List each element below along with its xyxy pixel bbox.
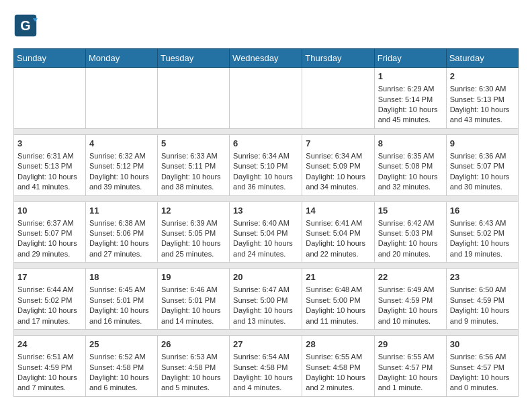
cell-text: and 32 minutes. — [378, 182, 443, 192]
day-number: 23 — [450, 271, 515, 283]
page-header: G — [13, 13, 519, 38]
week-divider — [14, 195, 519, 201]
day-number: 24 — [17, 338, 82, 351]
cell-text: Sunrise: 6:36 AM — [450, 151, 515, 161]
calendar-cell: 17Sunrise: 6:44 AMSunset: 5:02 PMDayligh… — [14, 269, 86, 330]
cell-text: Sunset: 4:57 PM — [450, 363, 515, 373]
calendar-header-row: SundayMondayTuesdayWednesdayThursdayFrid… — [14, 49, 519, 68]
day-number: 11 — [89, 205, 154, 217]
header-tuesday: Tuesday — [157, 49, 229, 68]
cell-text: Sunset: 5:09 PM — [306, 161, 370, 171]
cell-text: Daylight: 10 hours — [233, 306, 298, 316]
day-number: 8 — [378, 138, 443, 150]
calendar-cell: 21Sunrise: 6:48 AMSunset: 5:00 PMDayligh… — [302, 269, 374, 330]
cell-text: Sunrise: 6:51 AM — [17, 352, 82, 362]
calendar-cell: 18Sunrise: 6:45 AMSunset: 5:01 PMDayligh… — [85, 269, 157, 330]
cell-text: Sunrise: 6:53 AM — [161, 352, 226, 362]
calendar-cell: 6Sunrise: 6:34 AMSunset: 5:10 PMDaylight… — [230, 134, 302, 195]
cell-text: Sunrise: 6:47 AM — [233, 285, 298, 295]
cell-text: Sunset: 5:01 PM — [161, 295, 226, 306]
cell-text: Daylight: 10 hours — [378, 172, 443, 182]
cell-text: Daylight: 10 hours — [233, 373, 298, 383]
calendar-week-2: 10Sunrise: 6:37 AMSunset: 5:07 PMDayligh… — [14, 201, 519, 263]
calendar-cell: 4Sunrise: 6:32 AMSunset: 5:12 PMDaylight… — [85, 134, 157, 195]
cell-text: and 5 minutes. — [161, 383, 226, 393]
cell-text: and 19 minutes. — [450, 249, 515, 259]
cell-text: and 24 minutes. — [233, 249, 298, 259]
svg-text:G: G — [20, 18, 30, 33]
calendar-cell: 14Sunrise: 6:41 AMSunset: 5:04 PMDayligh… — [302, 201, 374, 263]
cell-text: Sunrise: 6:37 AM — [17, 218, 82, 228]
day-number: 25 — [89, 338, 154, 351]
calendar-week-3: 17Sunrise: 6:44 AMSunset: 5:02 PMDayligh… — [14, 269, 519, 330]
day-number: 7 — [306, 138, 370, 150]
cell-text: Sunrise: 6:39 AM — [161, 218, 226, 228]
cell-text: and 29 minutes. — [17, 249, 82, 259]
day-number: 21 — [306, 271, 370, 283]
day-number: 15 — [378, 205, 443, 217]
day-number: 17 — [17, 271, 82, 283]
header-friday: Friday — [374, 49, 446, 68]
cell-text: Daylight: 10 hours — [450, 105, 515, 115]
calendar-cell: 27Sunrise: 6:54 AMSunset: 4:58 PMDayligh… — [230, 336, 302, 397]
cell-text: Sunrise: 6:40 AM — [233, 218, 298, 228]
cell-text: Sunset: 5:06 PM — [89, 228, 154, 238]
cell-text: Sunrise: 6:43 AM — [450, 218, 515, 228]
day-number: 27 — [233, 338, 298, 351]
cell-text: Daylight: 10 hours — [161, 172, 226, 182]
cell-text: Sunrise: 6:29 AM — [378, 84, 443, 94]
day-number: 26 — [161, 338, 226, 351]
cell-text: Daylight: 10 hours — [450, 238, 515, 248]
day-number: 18 — [89, 271, 154, 283]
cell-text: Sunset: 4:59 PM — [17, 363, 82, 373]
cell-text: Sunset: 4:58 PM — [89, 363, 154, 373]
cell-text: Sunset: 5:13 PM — [450, 95, 515, 105]
calendar-cell: 1Sunrise: 6:29 AMSunset: 5:14 PMDaylight… — [374, 68, 446, 129]
cell-text: Sunset: 4:59 PM — [450, 295, 515, 306]
cell-text: Daylight: 10 hours — [306, 306, 370, 316]
cell-text: Sunrise: 6:56 AM — [450, 352, 515, 362]
cell-text: Sunrise: 6:49 AM — [378, 285, 443, 295]
cell-text: and 27 minutes. — [89, 249, 154, 259]
calendar-cell: 2Sunrise: 6:30 AMSunset: 5:13 PMDaylight… — [446, 68, 518, 129]
cell-text: Daylight: 10 hours — [306, 373, 370, 383]
calendar-week-1: 3Sunrise: 6:31 AMSunset: 5:13 PMDaylight… — [14, 134, 519, 195]
cell-text: Sunrise: 6:34 AM — [306, 151, 370, 161]
cell-text: and 16 minutes. — [89, 316, 154, 326]
day-number: 3 — [17, 138, 82, 150]
cell-text: Sunset: 5:02 PM — [17, 295, 82, 306]
cell-text: Sunrise: 6:48 AM — [306, 285, 370, 295]
calendar-cell: 28Sunrise: 6:55 AMSunset: 4:58 PMDayligh… — [302, 336, 374, 397]
cell-text: Sunrise: 6:52 AM — [89, 352, 154, 362]
cell-text: Sunset: 5:14 PM — [378, 95, 443, 105]
cell-text: Daylight: 10 hours — [306, 238, 370, 248]
cell-text: Daylight: 10 hours — [161, 238, 226, 248]
cell-text: Sunrise: 6:38 AM — [89, 218, 154, 228]
calendar-cell: 8Sunrise: 6:35 AMSunset: 5:08 PMDaylight… — [374, 134, 446, 195]
cell-text: Sunset: 5:05 PM — [161, 228, 226, 238]
cell-text: and 22 minutes. — [306, 249, 370, 259]
cell-text: Sunset: 5:04 PM — [233, 228, 298, 238]
cell-text: and 41 minutes. — [17, 182, 82, 192]
day-number: 5 — [161, 138, 226, 150]
calendar-cell: 22Sunrise: 6:49 AMSunset: 4:59 PMDayligh… — [374, 269, 446, 330]
cell-text: Sunrise: 6:55 AM — [306, 352, 370, 362]
cell-text: and 0 minutes. — [450, 383, 515, 393]
cell-text: Sunrise: 6:45 AM — [89, 285, 154, 295]
cell-text: Daylight: 10 hours — [161, 373, 226, 383]
cell-text: and 17 minutes. — [17, 316, 82, 326]
calendar-cell — [302, 68, 374, 129]
cell-text: and 25 minutes. — [161, 249, 226, 259]
cell-text: Daylight: 10 hours — [89, 238, 154, 248]
cell-text: Sunrise: 6:44 AM — [17, 285, 82, 295]
cell-text: Sunrise: 6:42 AM — [378, 218, 443, 228]
week-divider-cell — [14, 195, 519, 201]
cell-text: Daylight: 10 hours — [17, 306, 82, 316]
cell-text: Sunrise: 6:41 AM — [306, 218, 370, 228]
cell-text: and 34 minutes. — [306, 182, 370, 192]
header-saturday: Saturday — [446, 49, 518, 68]
calendar-cell: 9Sunrise: 6:36 AMSunset: 5:07 PMDaylight… — [446, 134, 518, 195]
calendar-cell — [230, 68, 302, 129]
cell-text: Daylight: 10 hours — [450, 373, 515, 383]
cell-text: Sunset: 5:00 PM — [306, 295, 370, 306]
